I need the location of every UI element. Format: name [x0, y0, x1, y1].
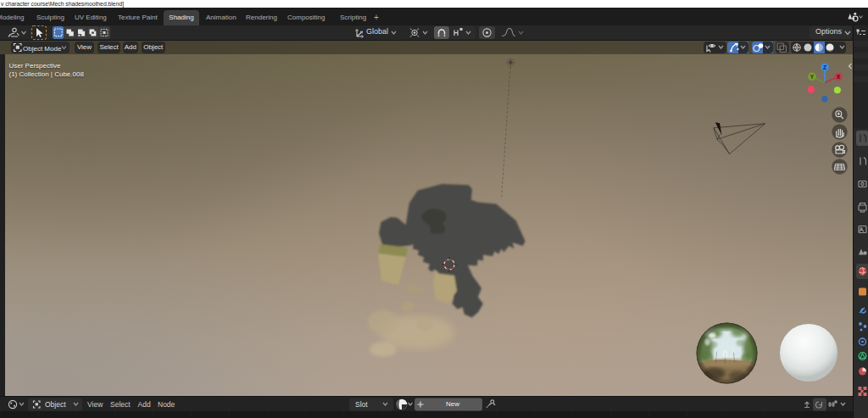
svg-text:Y: Y	[810, 74, 815, 80]
svg-text:Z: Z	[823, 64, 826, 70]
svg-text:X: X	[837, 74, 841, 80]
